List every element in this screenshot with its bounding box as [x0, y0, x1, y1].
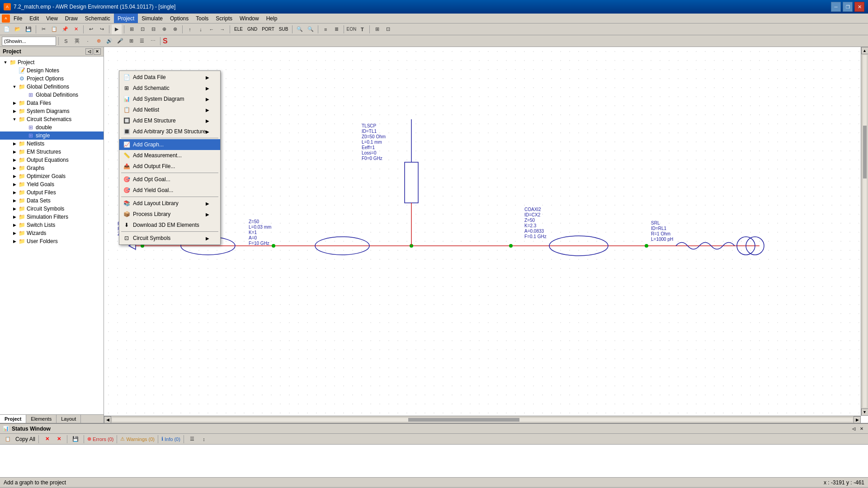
menu-draw[interactable]: Draw	[61, 14, 81, 23]
menu-window[interactable]: Window	[236, 14, 263, 23]
status-clear2-btn[interactable]: ✕	[54, 434, 64, 444]
status-copy-icon[interactable]: 📋	[3, 434, 13, 444]
tb-zoom-out[interactable]: 🔍	[306, 24, 316, 34]
tb-paste[interactable]: 📌	[60, 24, 70, 34]
menu-simulate[interactable]: Simulate	[138, 14, 166, 23]
tree-system-diagrams[interactable]: ▶ 📁 System Diagrams	[0, 107, 104, 115]
h-scroll-left[interactable]: ◀	[104, 416, 111, 423]
dd-add-layout-library[interactable]: 📚 Add Layout Library ▶	[119, 198, 220, 209]
h-scrollbar[interactable]: ◀ ▶	[104, 416, 861, 423]
expand-sys[interactable]: ▶	[11, 108, 18, 115]
tree-output-eq[interactable]: ▶ 📁 Output Equations	[0, 156, 104, 164]
menu-file[interactable]: File	[10, 14, 26, 23]
tb-more3[interactable]: ⊞	[372, 24, 382, 34]
tree-output-files[interactable]: ▶ 📁 Output Files	[0, 188, 104, 197]
tree-opt-goals[interactable]: ▶ 📁 Optimizer Goals	[0, 172, 104, 180]
tb-eon[interactable]: EON	[346, 24, 356, 34]
tb-s3[interactable]: ·	[83, 36, 93, 46]
tree-sim-filters[interactable]: ▶ 📁 Simulation Filters	[0, 213, 104, 221]
v-scroll-track[interactable]	[863, 55, 867, 408]
tree-circuit-symbols[interactable]: ▶ 📁 Circuit Symbols	[0, 205, 104, 213]
tree-graphs[interactable]: ▶ 📁 Graphs	[0, 164, 104, 172]
tree-yield-goals[interactable]: ▶ 📁 Yield Goals	[0, 180, 104, 188]
h-scroll-thumb[interactable]	[408, 418, 519, 422]
tb-icon2[interactable]: ⊡	[137, 24, 147, 34]
tb-icon6[interactable]: ↑	[185, 24, 195, 34]
tb-copy[interactable]: 📋	[49, 24, 59, 34]
tb-delete[interactable]: ✕	[71, 24, 81, 34]
status-clear-btn[interactable]: ✕	[42, 434, 52, 444]
menu-scripts[interactable]: Scripts	[212, 14, 236, 23]
expand-oeq[interactable]: ▶	[11, 156, 18, 164]
menu-edit[interactable]: Edit	[26, 14, 42, 23]
dd-download-3dem[interactable]: ⬇ Download 3D EM Elements	[119, 220, 220, 230]
tb-icon3[interactable]: ⊟	[148, 24, 158, 34]
app-menu-icon[interactable]: A	[2, 14, 10, 23]
tb-s5[interactable]: 🔊	[104, 36, 114, 46]
tree-circuit-schematics[interactable]: ▼ 📁 Circuit Schematics	[0, 115, 104, 123]
tree-project[interactable]: ▼ 📁 Project	[0, 58, 104, 66]
dd-add-opt-goal[interactable]: 🎯 Add Opt Goal...	[119, 174, 220, 185]
menu-help[interactable]: Help	[263, 14, 281, 23]
tree-global-defs-item[interactable]: ⊞ Global Definitions	[0, 91, 104, 99]
tb-s6[interactable]: 🎤	[115, 36, 125, 46]
dd-add-schematic[interactable]: ⊞ Add Schematic ▶	[119, 83, 220, 94]
tb-redo[interactable]: ↪	[97, 24, 107, 34]
dd-add-data-file[interactable]: 📄 Add Data File ▶	[119, 72, 220, 83]
tb-simulate[interactable]: ▶	[112, 24, 122, 34]
tab-elements[interactable]: Elements	[26, 415, 57, 423]
tb-icon8[interactable]: ←	[207, 24, 217, 34]
tree-project-options[interactable]: ⚙ Project Options	[0, 75, 104, 83]
tb-icon5[interactable]: ⊗	[170, 24, 180, 34]
dd-circuit-symbols[interactable]: ⊡ Circuit Symbols ▶	[119, 233, 220, 244]
minimize-btn[interactable]: ─	[831, 2, 841, 12]
expand-project[interactable]: ▼	[2, 59, 9, 66]
expand-em[interactable]: ▶	[11, 148, 18, 155]
tree-user-folders[interactable]: ▶ 📁 User Folders	[0, 237, 104, 245]
tb-more4[interactable]: ⊡	[383, 24, 393, 34]
tree-design-notes[interactable]: 📝 Design Notes	[0, 66, 104, 75]
tb-open[interactable]: 📂	[13, 24, 23, 34]
dd-add-output-file[interactable]: 📤 Add Output File...	[119, 161, 220, 172]
tb-cut[interactable]: ✂	[38, 24, 48, 34]
tb-s7[interactable]: ⊞	[126, 36, 136, 46]
tree-global-defs[interactable]: ▼ 📁 Global Definitions	[0, 83, 104, 91]
tree-switch-lists[interactable]: ▶ 📁 Switch Lists	[0, 221, 104, 229]
dd-process-library[interactable]: 📦 Process Library ▶	[119, 209, 220, 220]
expand-wiz[interactable]: ▶	[11, 230, 18, 237]
status-close-btn[interactable]: ✕	[858, 426, 865, 432]
status-sort-btn[interactable]: ↕	[199, 434, 209, 444]
tb-zoom-in[interactable]: 🔍	[295, 24, 305, 34]
panel-close-btn[interactable]: ✕	[94, 48, 101, 55]
status-filter-btn[interactable]: ☰	[187, 434, 197, 444]
tab-layout[interactable]: Layout	[57, 415, 81, 423]
tb-icon4[interactable]: ⊕	[159, 24, 169, 34]
tab-project[interactable]: Project	[0, 415, 26, 423]
dd-add-3dem[interactable]: 🔳 Add Arbitrary 3D EM Structure ▶	[119, 126, 220, 137]
v-scroll-thumb[interactable]	[863, 126, 867, 178]
tb-s1[interactable]: S	[61, 36, 71, 46]
tb-more1[interactable]: ≡	[321, 24, 330, 34]
tb-s2[interactable]: 英	[72, 36, 82, 46]
tree-data-files[interactable]: ▶ 📁 Data Files	[0, 99, 104, 107]
tb-icon1[interactable]: ⊞	[127, 24, 137, 34]
expand-opt[interactable]: ▶	[11, 173, 18, 180]
tb-text[interactable]: T	[357, 24, 367, 34]
tb-save[interactable]: 💾	[24, 24, 33, 34]
menu-project[interactable]: Project	[114, 14, 138, 23]
tree-data-sets[interactable]: ▶ 📁 Data Sets	[0, 197, 104, 205]
dd-add-netlist[interactable]: 📋 Add Netlist ▶	[119, 104, 220, 115]
menu-schematic[interactable]: Schematic	[81, 14, 114, 23]
restore-btn[interactable]: ❐	[843, 2, 853, 12]
v-scrollbar[interactable]: ▲ ▼	[861, 47, 868, 416]
expand-circuit[interactable]: ▼	[11, 116, 18, 123]
close-btn[interactable]: ✕	[854, 2, 864, 12]
tree-single[interactable]: ⊞ single	[0, 131, 104, 140]
tb-new[interactable]: 📄	[2, 24, 12, 34]
tb-s9[interactable]: ⋯	[148, 36, 158, 46]
tree-double[interactable]: ⊞ double	[0, 123, 104, 131]
expand-uf[interactable]: ▶	[11, 238, 18, 245]
v-scroll-down[interactable]: ▼	[861, 408, 868, 416]
status-save-btn[interactable]: 💾	[71, 434, 80, 444]
expand-graphs[interactable]: ▶	[11, 164, 18, 172]
